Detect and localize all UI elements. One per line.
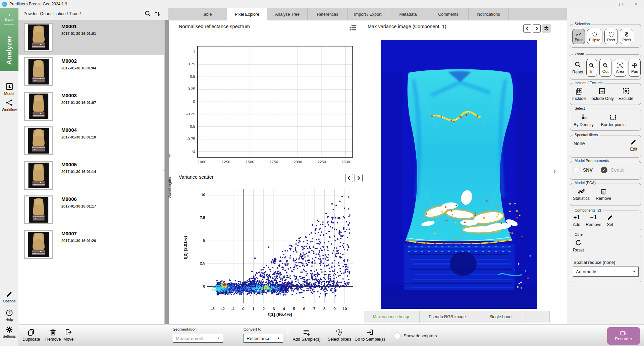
spectrum-x-tick: 1250	[218, 160, 234, 164]
tab-notifications[interactable]: Notifications	[469, 8, 509, 20]
rect-select-button[interactable]: Rect	[604, 29, 618, 44]
by-density-button[interactable]: By Density	[574, 114, 594, 127]
zoom-in-button[interactable]: In	[586, 59, 597, 77]
breadcrumb[interactable]: Powder_Quantification / Train /	[23, 11, 81, 16]
back-button[interactable]: Back	[0, 17, 18, 21]
spectrum-y-tick: 0	[180, 100, 195, 104]
ellipse-select-button[interactable]: Ellipse	[587, 29, 602, 44]
set-components-button[interactable]: Set	[607, 214, 613, 227]
remove-model-button[interactable]: Remove	[596, 188, 611, 201]
scatter-next-button[interactable]	[355, 174, 363, 182]
max-variance-heatmap[interactable]	[381, 40, 537, 309]
remove-component-button[interactable]: −1 Remove	[586, 214, 601, 227]
variance-scatter-chart[interactable]	[207, 189, 353, 303]
sample-row-m0001[interactable]: M0001 2017-01-30 16:01:01	[18, 20, 164, 55]
recorder-button[interactable]: Recorder	[607, 327, 640, 345]
zoom-reset-button[interactable]: Reset	[572, 61, 584, 74]
scatter-x-axis-label: t[1] (96.4%)	[253, 312, 307, 317]
select-pixels-button[interactable]: Select pixels	[328, 329, 351, 342]
sidebar-item-label: Settings	[3, 334, 16, 338]
spatial-reduce-label: Spatial reduce (none)	[574, 260, 615, 265]
sample-row-m0004[interactable]: M0004 2017-01-30 16:01:10	[18, 124, 164, 158]
search-icon[interactable]	[144, 10, 152, 17]
move-sample-button[interactable]: Move	[63, 329, 74, 342]
include-only-button[interactable]: Include Only	[590, 88, 613, 101]
back-chevron-icon: ‹	[0, 12, 18, 17]
tab-metadata[interactable]: Metadata	[388, 8, 428, 20]
select-group: Select By Density Border pixels	[570, 109, 641, 131]
minimize-button[interactable]: ─	[598, 0, 613, 8]
image-tab-max-variance-image[interactable]: Max variance image	[364, 311, 420, 323]
sidebar-back-section[interactable]: ‹ Back Analyzer	[0, 8, 18, 71]
gear-icon	[6, 326, 13, 333]
exclude-button[interactable]: Exclude	[619, 88, 633, 101]
sidebar-item-label: Workflow	[2, 108, 17, 112]
free-select-button[interactable]: Free	[572, 29, 585, 44]
sample-panel-header: Powder_Quantification / Train /	[18, 8, 168, 20]
maximize-button[interactable]: ▢	[613, 0, 629, 8]
layers-button[interactable]	[542, 24, 551, 33]
sidebar-item-workflow[interactable]: Workflow	[0, 99, 18, 112]
segmentation-dropdown[interactable]: Measurement ▼	[173, 334, 223, 343]
snv-radio[interactable]	[573, 167, 580, 173]
sample-row-m0002[interactable]: M0002 2017-01-30 16:01:04	[18, 55, 164, 89]
magnifier-icon	[574, 61, 582, 68]
density-grid-icon	[580, 114, 587, 121]
spectrum-title: Normalised reflectance spectrum	[179, 24, 250, 29]
wavelengths-collapse-chevron-icon[interactable]: ‹	[164, 168, 166, 173]
border-pixels-button[interactable]: Border pixels	[601, 114, 626, 127]
image-tab-pseudo-rgb-image[interactable]: Pseudo RGB image	[420, 311, 475, 323]
sidebar-item-options[interactable]: Options	[0, 291, 18, 303]
goto-samples-button[interactable]: Go to Sample(s)	[355, 329, 385, 342]
scatter-prev-button[interactable]	[345, 174, 353, 182]
sidebar-item-settings[interactable]: Settings	[0, 326, 18, 338]
image-prev-button[interactable]	[523, 24, 531, 33]
window-title: Prediktera Breeze Geo 2024.1.9	[9, 2, 67, 6]
center-label: Center	[611, 167, 625, 173]
zoom-out-button[interactable]: Out	[599, 59, 611, 77]
convert-to-dropdown[interactable]: Reflectance ▼	[244, 334, 283, 343]
sidebar-item-model[interactable]: Model	[0, 82, 18, 96]
tab-analyse-tree[interactable]: Analyse Tree	[267, 8, 308, 20]
reset-other-button[interactable]: Reset	[573, 239, 584, 252]
tab-pixel-explore[interactable]: Pixel Explore	[227, 8, 267, 20]
tab-table[interactable]: Table	[187, 8, 227, 20]
spectrum-y-tick: -0.75	[180, 137, 195, 141]
sample-row-m0003[interactable]: M0003 2017-01-30 16:01:07	[18, 89, 164, 124]
sample-row-m0006[interactable]: M0006 2017-01-30 16:01:17	[18, 193, 164, 227]
image-tab-single-band[interactable]: Single band	[475, 311, 526, 323]
tab-references[interactable]: References	[308, 8, 348, 20]
image-next-button[interactable]	[533, 24, 541, 33]
tab-import-export[interactable]: Import / Export	[348, 8, 388, 20]
show-descriptors-checkbox[interactable]	[393, 332, 401, 340]
sort-icon[interactable]	[154, 10, 161, 17]
legend-list-icon[interactable]	[349, 24, 357, 32]
sidebar-item-label: Options	[3, 299, 16, 303]
right-panel-expand-chevron-icon[interactable]: ›	[553, 166, 556, 176]
duplicate-icon	[28, 329, 35, 336]
remove-sample-button[interactable]: Remove	[45, 329, 61, 342]
duplicate-button[interactable]: Duplicate	[22, 329, 40, 342]
sample-timestamp: 2017-01-30 16:01:01	[61, 32, 96, 36]
pixel-select-button[interactable]: Pixel	[620, 29, 633, 44]
statistics-button[interactable]: Statistics	[573, 188, 590, 201]
spectrum-chart[interactable]	[197, 46, 353, 158]
spectrum-y-tick: 0.25	[180, 87, 195, 91]
wavelengths-handle[interactable]: Wavelengths	[168, 177, 172, 198]
sidebar-divider	[3, 305, 16, 305]
edit-filters-button[interactable]: Edit	[630, 139, 637, 152]
spatial-reduce-dropdown[interactable]: Automatic ▼	[573, 267, 639, 277]
include-button[interactable]: Include	[572, 88, 586, 101]
wavelengths-expand-chevron-icon[interactable]: ›	[168, 150, 171, 161]
sample-row-m0007[interactable]: M0007 2017-01-30 16:01:20	[18, 227, 164, 262]
snv-label: SNV	[583, 167, 593, 173]
center-checkbox[interactable]: ✓	[601, 167, 607, 173]
add-component-button[interactable]: +1 Add	[573, 214, 580, 227]
zoom-area-button[interactable]: Area	[614, 59, 627, 77]
close-button[interactable]: ✕	[629, 0, 644, 8]
sample-row-m0005[interactable]: M0005 2017-01-30 16:01:14	[18, 158, 164, 193]
add-samples-button[interactable]: Add Sample(s)	[293, 329, 321, 342]
sidebar-item-help[interactable]: ? Help	[0, 309, 18, 322]
pan-button[interactable]: Pan	[629, 59, 641, 77]
tab-comments[interactable]: Comments	[428, 8, 469, 20]
